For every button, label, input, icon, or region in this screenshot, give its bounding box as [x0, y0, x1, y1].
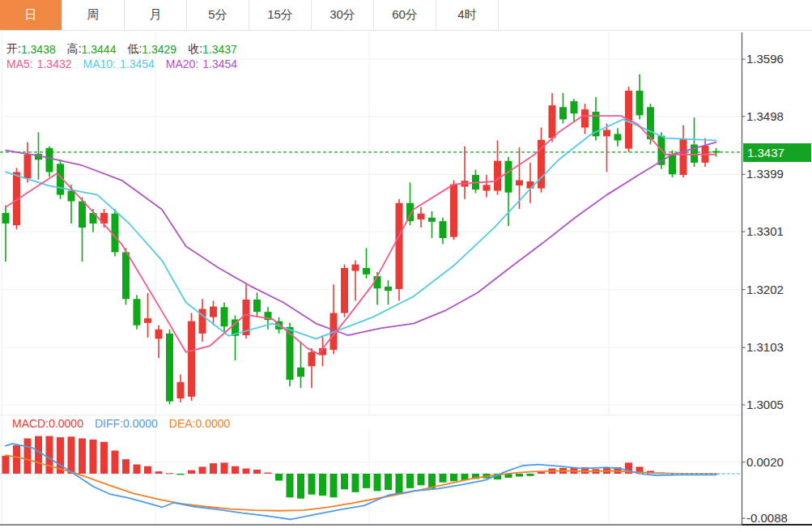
- diff-label: DIFF:: [95, 417, 123, 430]
- price-tick-label: 1.3399: [746, 167, 784, 181]
- macd-label: MACD:: [12, 417, 49, 430]
- ohlc-legend: 开:1.3438 高:1.3444 低:1.3429 收:1.3437: [6, 42, 237, 57]
- ma5-value: 1.3432: [37, 57, 72, 70]
- price-tick-label: 1.3596: [746, 52, 784, 66]
- open-value: 1.3438: [21, 43, 56, 56]
- diff-value: 0.0000: [123, 417, 158, 430]
- dea-label: DEA:: [169, 417, 196, 430]
- close-value: 1.3437: [202, 43, 237, 56]
- low-value: 1.3429: [142, 43, 176, 56]
- ma20-value: 1.3454: [202, 57, 237, 70]
- high-value: 1.3444: [82, 43, 117, 56]
- price-tick-label: 1.3202: [746, 283, 784, 297]
- price-tick-label: 1.3301: [746, 224, 784, 239]
- ma5-label: MA5:: [6, 57, 33, 70]
- low-label: 低:: [127, 42, 142, 57]
- dea-value: 0.0000: [195, 417, 230, 430]
- ma10-value: 1.3454: [120, 57, 155, 70]
- chart-canvas[interactable]: [0, 0, 812, 532]
- high-label: 高:: [67, 42, 82, 57]
- current-price-tag: 1.3437: [743, 143, 811, 162]
- kline-chart-app: 日 周 月 5分 15分 30分 60分 4时 开:1.3438 高:1.344…: [0, 0, 812, 532]
- close-label: 收:: [188, 42, 202, 57]
- macd-legend: MACD:0.0000 DIFF:0.0000 DEA:0.0000: [12, 417, 230, 430]
- macd-tick-label: 0.0020: [746, 455, 784, 470]
- price-tick-label: 1.3103: [746, 340, 784, 355]
- ma20-label: MA20:: [166, 57, 198, 70]
- open-label: 开:: [6, 42, 21, 57]
- macd-tick-label: -0.0088: [746, 511, 788, 526]
- price-tick-label: 1.3498: [746, 109, 784, 124]
- macd-value: 0.0000: [49, 417, 83, 430]
- ma10-label: MA10:: [83, 57, 116, 70]
- ma-legend: MA5:1.3432 MA10:1.3454 MA20:1.3454: [6, 57, 237, 70]
- price-tick-label: 1.3005: [746, 398, 784, 412]
